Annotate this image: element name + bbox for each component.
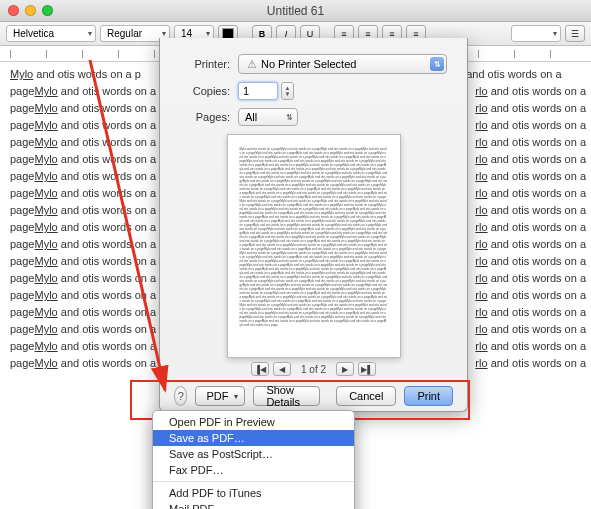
print-button[interactable]: Print — [404, 386, 453, 406]
last-page-button[interactable]: ▶▌ — [358, 362, 376, 376]
pdf-menu-item[interactable]: Save as PostScript… — [153, 446, 354, 462]
pdf-menu-item[interactable]: Add PDF to iTunes — [153, 485, 354, 501]
window-title: Untitled 61 — [0, 4, 591, 18]
first-page-button[interactable]: ▐◀ — [251, 362, 269, 376]
copies-stepper[interactable]: ▲▼ — [281, 82, 294, 100]
print-dialog: Printer: ⚠ No Printer Selected Copies: ▲… — [159, 38, 468, 412]
page-navigator: ▐◀ ◀ 1 of 2 ▶ ▶▌ — [160, 362, 467, 376]
titlebar: Untitled 61 — [0, 0, 591, 22]
page-preview: Mylo and otis words on a pageMylo and ot… — [227, 134, 401, 358]
pdf-menu-item[interactable]: Save as PDF… — [153, 430, 354, 446]
cancel-button[interactable]: Cancel — [336, 386, 396, 406]
page-indicator: 1 of 2 — [301, 364, 326, 375]
pages-label: Pages: — [160, 111, 230, 123]
warning-icon: ⚠ — [247, 58, 257, 71]
pdf-dropdown-menu: Open PDF in PreviewSave as PDF…Save as P… — [152, 410, 355, 509]
preview-text: Mylo and otis words on a pageMylo and ot… — [240, 147, 388, 327]
pdf-dropdown-button[interactable]: PDF — [195, 386, 245, 406]
next-page-button[interactable]: ▶ — [336, 362, 354, 376]
list-button[interactable]: ☰ — [565, 25, 585, 42]
printer-select[interactable]: ⚠ No Printer Selected — [238, 54, 447, 74]
printer-label: Printer: — [160, 58, 230, 70]
pdf-menu-item[interactable]: Open PDF in Preview — [153, 414, 354, 430]
help-button[interactable]: ? — [174, 386, 187, 406]
pdf-menu-item[interactable]: Fax PDF… — [153, 462, 354, 478]
menu-separator — [153, 481, 354, 482]
pages-select[interactable]: All — [238, 108, 298, 126]
line-spacing-select[interactable] — [511, 25, 561, 42]
copies-input[interactable] — [238, 82, 278, 100]
font-family-select[interactable]: Helvetica — [6, 25, 96, 42]
pdf-menu-item[interactable]: Mail PDF — [153, 501, 354, 509]
copies-label: Copies: — [160, 85, 230, 97]
show-details-button[interactable]: Show Details — [253, 386, 320, 406]
prev-page-button[interactable]: ◀ — [273, 362, 291, 376]
